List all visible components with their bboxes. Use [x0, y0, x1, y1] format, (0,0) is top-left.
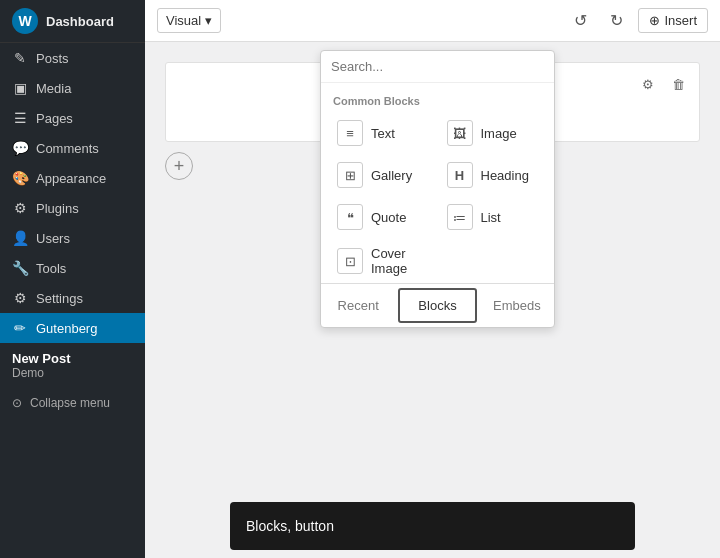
tooltip-label: Blocks, button	[246, 518, 334, 534]
tab-recent[interactable]: Recent	[321, 284, 395, 327]
block-item-list[interactable]: ≔ List	[439, 197, 547, 237]
sidebar-item-label: Settings	[36, 291, 83, 306]
collapse-label: Collapse menu	[30, 396, 110, 410]
insert-label: Insert	[664, 13, 697, 28]
sidebar-item-label: Users	[36, 231, 70, 246]
quote-block-icon: ❝	[337, 204, 363, 230]
sidebar-logo-text: Dashboard	[46, 14, 114, 29]
inserter-section-title: Common Blocks	[321, 91, 554, 113]
block-item-label: Cover Image	[371, 246, 429, 276]
plus-icon: +	[174, 156, 185, 177]
chevron-down-icon: ▾	[205, 13, 212, 28]
image-block-icon: 🖼	[447, 120, 473, 146]
settings-icon: ⚙	[12, 290, 28, 306]
comments-icon: 💬	[12, 140, 28, 156]
main-content: Visual ▾ ↺ ↻ ⊕ Insert ⚙ 🗑 + Common Bl	[145, 0, 720, 558]
editor-area: ⚙ 🗑 + Common Blocks ≡ Text 🖼	[145, 42, 720, 558]
sidebar-item-pages[interactable]: ☰ Pages	[0, 103, 145, 133]
heading-block-icon: H	[447, 162, 473, 188]
block-delete-button[interactable]: 🗑	[665, 71, 691, 97]
block-inserter-dropdown: Common Blocks ≡ Text 🖼 Image ⊞ Gallery	[320, 50, 555, 328]
undo-button[interactable]: ↺	[566, 7, 594, 35]
block-item-cover-image[interactable]: ⊡ Cover Image	[329, 239, 437, 283]
sidebar-item-settings[interactable]: ⚙ Settings	[0, 283, 145, 313]
sidebar-item-appearance[interactable]: 🎨 Appearance	[0, 163, 145, 193]
sidebar-item-media[interactable]: ▣ Media	[0, 73, 145, 103]
inserter-search-wrapper	[321, 51, 554, 83]
inserter-body: Common Blocks ≡ Text 🖼 Image ⊞ Gallery	[321, 83, 554, 283]
sidebar-item-label: Tools	[36, 261, 66, 276]
cover-image-block-icon: ⊡	[337, 248, 363, 274]
sidebar-item-label: Pages	[36, 111, 73, 126]
visual-mode-selector[interactable]: Visual ▾	[157, 8, 221, 33]
insert-button[interactable]: ⊕ Insert	[638, 8, 708, 33]
collapse-menu-button[interactable]: ⊙ Collapse menu	[0, 388, 145, 418]
post-subtitle: Demo	[12, 366, 133, 380]
inserter-grid: ≡ Text 🖼 Image ⊞ Gallery H Heading	[321, 113, 554, 283]
tab-embeds[interactable]: Embeds	[480, 284, 554, 327]
block-settings-button[interactable]: ⚙	[635, 71, 661, 97]
sidebar-item-label: Appearance	[36, 171, 106, 186]
add-block-button[interactable]: +	[165, 152, 193, 180]
tools-icon: 🔧	[12, 260, 28, 276]
sidebar-item-label: Plugins	[36, 201, 79, 216]
sidebar-logo[interactable]: W Dashboard	[0, 0, 145, 43]
sidebar-item-tools[interactable]: 🔧 Tools	[0, 253, 145, 283]
block-item-quote[interactable]: ❝ Quote	[329, 197, 437, 237]
block-item-image[interactable]: 🖼 Image	[439, 113, 547, 153]
block-item-label: Gallery	[371, 168, 412, 183]
collapse-icon: ⊙	[12, 396, 22, 410]
sidebar-item-comments[interactable]: 💬 Comments	[0, 133, 145, 163]
posts-icon: ✎	[12, 50, 28, 66]
sidebar-item-posts[interactable]: ✎ Posts	[0, 43, 145, 73]
sidebar-item-label: Comments	[36, 141, 99, 156]
sidebar-item-gutenberg[interactable]: ✏ Gutenberg	[0, 313, 145, 343]
block-item-heading[interactable]: H Heading	[439, 155, 547, 195]
inserter-search-input[interactable]	[331, 59, 544, 74]
tooltip-bar: Blocks, button	[230, 502, 635, 550]
tab-blocks[interactable]: Blocks	[398, 288, 476, 323]
sidebar-item-users[interactable]: 👤 Users	[0, 223, 145, 253]
gutenberg-icon: ✏	[12, 320, 28, 336]
appearance-icon: 🎨	[12, 170, 28, 186]
sidebar-new-post: New Post Demo	[0, 343, 145, 388]
pages-icon: ☰	[12, 110, 28, 126]
insert-plus-icon: ⊕	[649, 13, 660, 28]
list-block-icon: ≔	[447, 204, 473, 230]
plugins-icon: ⚙	[12, 200, 28, 216]
sidebar-item-label: Media	[36, 81, 71, 96]
block-item-gallery[interactable]: ⊞ Gallery	[329, 155, 437, 195]
visual-label: Visual	[166, 13, 201, 28]
users-icon: 👤	[12, 230, 28, 246]
sidebar-item-label: Gutenberg	[36, 321, 97, 336]
block-toolbar: ⚙ 🗑	[635, 71, 691, 97]
block-item-text[interactable]: ≡ Text	[329, 113, 437, 153]
sidebar: W Dashboard ✎ Posts ▣ Media ☰ Pages 💬 Co…	[0, 0, 145, 558]
wordpress-icon: W	[12, 8, 38, 34]
post-title: New Post	[12, 351, 133, 366]
block-item-label: Text	[371, 126, 395, 141]
sidebar-item-plugins[interactable]: ⚙ Plugins	[0, 193, 145, 223]
block-item-label: Image	[481, 126, 517, 141]
block-item-label: Quote	[371, 210, 406, 225]
block-item-label: List	[481, 210, 501, 225]
gallery-block-icon: ⊞	[337, 162, 363, 188]
redo-button[interactable]: ↻	[602, 7, 630, 35]
text-block-icon: ≡	[337, 120, 363, 146]
sidebar-item-label: Posts	[36, 51, 69, 66]
block-item-label: Heading	[481, 168, 529, 183]
media-icon: ▣	[12, 80, 28, 96]
inserter-tabs: Recent Blocks Embeds	[321, 283, 554, 327]
editor-toolbar: Visual ▾ ↺ ↻ ⊕ Insert	[145, 0, 720, 42]
